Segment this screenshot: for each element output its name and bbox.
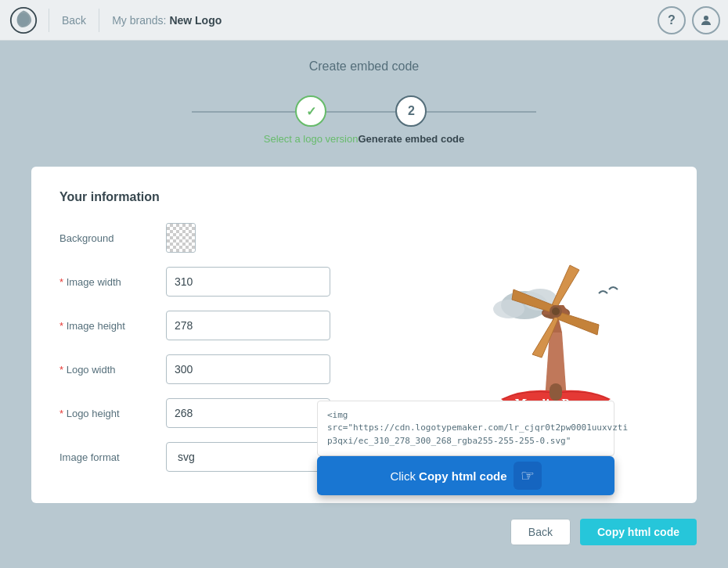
tooltip-text: Click Copy html code (390, 469, 506, 483)
breadcrumb: My brands: New Logo (101, 14, 232, 27)
stepper: ✓ Select a logo version 2 Generate embed… (31, 95, 697, 145)
card-footer: Back Copy html code (31, 519, 697, 545)
card-title: Your information (59, 190, 669, 204)
image-height-input[interactable] (166, 311, 330, 340)
background-swatch[interactable] (166, 223, 196, 253)
breadcrumb-prefix: My brands: (112, 14, 166, 27)
top-navigation: Back My brands: New Logo ? (0, 0, 728, 41)
main-content: Create embed code ✓ Select a logo versio… (0, 41, 728, 568)
hand-icon: ☞ (514, 462, 542, 490)
step1-circle: ✓ (295, 95, 326, 127)
logo-width-input[interactable] (166, 354, 330, 384)
svg-marker-12 (556, 312, 599, 335)
back-button-nav[interactable]: Back (51, 9, 97, 31)
svg-marker-11 (552, 265, 579, 309)
image-width-input[interactable] (166, 267, 330, 297)
svg-point-1 (704, 16, 708, 20)
page-title: Create embed code (31, 59, 697, 74)
step2-label: Generate embed code (358, 133, 464, 145)
logo-width-row: * Logo width (59, 354, 420, 384)
click-tooltip: Click Copy html code ☞ (317, 456, 614, 495)
main-card: Your information Background * Image widt… (31, 167, 697, 503)
nav-divider (49, 9, 49, 32)
help-button[interactable]: ? (658, 6, 686, 34)
image-format-select[interactable]: svg png jpg (166, 442, 330, 472)
nav-divider2 (99, 9, 99, 32)
image-height-label: * Image height (59, 320, 153, 332)
required-star: * (59, 276, 67, 288)
logo-height-label: * Logo height (59, 408, 153, 419)
user-button[interactable] (692, 6, 720, 34)
svg-point-16 (552, 307, 560, 315)
breadcrumb-current: New Logo (169, 14, 222, 27)
step-1: ✓ Select a logo version (264, 95, 359, 145)
step-2: 2 Generate embed code (358, 95, 464, 145)
topnav-actions: ? (658, 6, 720, 34)
code-preview-text: <img src="https://cdn.logotypemaker.com/… (327, 410, 628, 446)
logo-height-input[interactable] (166, 398, 330, 428)
step1-label: Select a logo version (264, 133, 359, 145)
image-height-row: * Image height (59, 311, 420, 340)
step2-circle: 2 (395, 95, 427, 127)
app-logo (8, 5, 39, 36)
code-preview-box: <img src="https://cdn.logotypemaker.com/… (317, 401, 614, 457)
back-button[interactable]: Back (510, 519, 571, 545)
image-format-label: Image format (59, 451, 153, 463)
tooltip-bold: Copy html code (419, 469, 507, 483)
image-width-row: * Image width (59, 267, 420, 297)
image-width-label: * Image width (59, 276, 153, 288)
logo-width-label: * Logo width (59, 364, 153, 376)
svg-rect-17 (550, 383, 562, 401)
background-row: Background (59, 223, 420, 253)
copy-html-button[interactable]: Copy html code (580, 519, 697, 545)
background-label: Background (59, 232, 153, 244)
